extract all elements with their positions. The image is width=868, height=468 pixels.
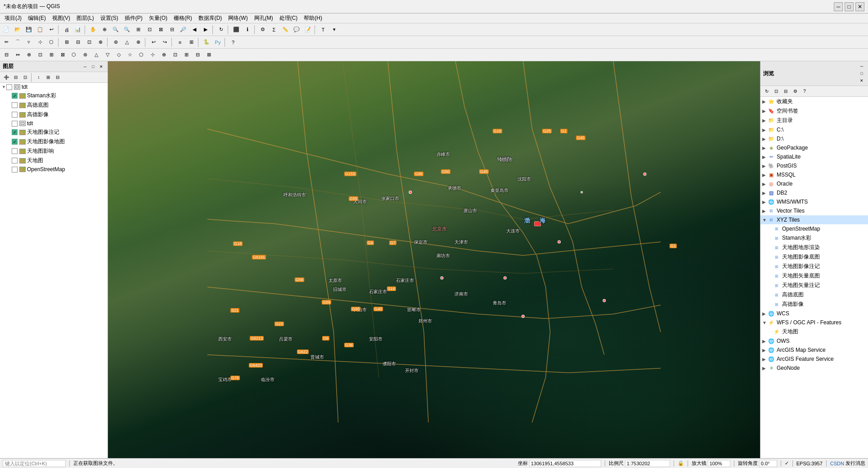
zoom-full-button[interactable]: ⊠ <box>155 24 166 35</box>
vertex-btn[interactable]: △ <box>121 37 132 48</box>
identify-features-button[interactable]: ℹ <box>242 24 253 35</box>
browser-item-wcs[interactable]: ▶ 🌐 WCS <box>760 309 868 318</box>
layer-item-tdt2[interactable]: tdt <box>0 119 108 127</box>
python-console-btn[interactable]: Py <box>212 37 223 48</box>
advanced-dig-btn3[interactable]: ⊡ <box>84 37 94 48</box>
adv-btn19[interactable]: ⊠ <box>203 50 214 60</box>
layer-item-gaode-map[interactable]: 高德底图 <box>0 100 108 110</box>
menu-mesh[interactable]: 网孔(M) <box>252 14 276 23</box>
select-features-button[interactable]: ⬛ <box>231 24 242 35</box>
browser-item-favorites[interactable]: ▶ ⭐ 收藏夹 <box>760 97 868 106</box>
browser-item-wms[interactable]: ▶ 🌐 WMS/WMTS <box>760 197 868 206</box>
adv-btn1[interactable]: ⊟ <box>1 50 12 60</box>
browser-item-drive-c[interactable]: ▶ 📁 C:\ <box>760 125 868 134</box>
adv-btn10[interactable]: ▽ <box>102 50 113 60</box>
refresh-button[interactable]: ↻ <box>216 24 226 35</box>
layer-item-gaode-img[interactable]: 高德影像 <box>0 110 108 119</box>
browser-item-tianditu-terrain[interactable]: ⊞ 天地图地形渲染 <box>760 243 868 252</box>
menu-view[interactable]: 视图(V) <box>49 14 73 23</box>
browser-item-drive-d[interactable]: ▶ 📁 D:\ <box>760 134 868 143</box>
remove-layer-button[interactable]: ⊟ <box>11 73 20 82</box>
map-area[interactable]: 北京市 天津市 石家庄市 太原市 呼和浩特市 沈阳市 秦皇岛市 承德市 赤峰市 … <box>108 61 760 458</box>
adv-btn15[interactable]: ⊕ <box>158 50 169 60</box>
help-button[interactable]: ? <box>228 37 238 48</box>
panel-minimize-icon[interactable]: ─ <box>81 63 89 70</box>
next-extent-button[interactable]: ▶ <box>200 24 211 35</box>
attr-table-btn[interactable]: ≡ <box>175 37 185 48</box>
save-project-button[interactable]: 💾 <box>23 24 34 35</box>
text-annotation-button[interactable]: T <box>318 24 328 35</box>
browser-filter-button[interactable]: ⊡ <box>772 87 781 96</box>
pan-map-button[interactable]: ✋ <box>88 24 99 35</box>
browser-item-db2[interactable]: ▶ ▨ DB2 <box>760 188 868 197</box>
search-input[interactable] <box>3 460 66 467</box>
browser-item-staman[interactable]: ⊞ Staman水彩 <box>760 233 868 243</box>
browser-item-ows[interactable]: ▶ 🌐 OWS <box>760 336 868 345</box>
crs-area[interactable]: EPSG:3957 <box>796 461 823 466</box>
browser-item-arcgis-map[interactable]: ▶ 🌐 ArcGIS Map Service <box>760 345 868 354</box>
layer-visibility-checkbox[interactable]: ✓ <box>12 139 18 145</box>
browser-item-gaode-img2[interactable]: ⊞ 高德影像 <box>760 300 868 309</box>
layer-visibility-checkbox[interactable]: ✓ <box>12 93 18 99</box>
browser-item-tianditu-img-note[interactable]: ⊞ 天地图影像注记 <box>760 262 868 271</box>
layer-item-tianditu-shadow[interactable]: 天地图影响 <box>0 146 108 156</box>
menu-settings[interactable]: 设置(S) <box>98 14 121 23</box>
advanced-dig-btn1[interactable]: ⊞ <box>61 37 72 48</box>
browser-item-mssql[interactable]: ▶ ▣ MSSQL <box>760 170 868 179</box>
layer-item-tianditu-annotation[interactable]: ✓ 天地图像注记 <box>0 127 108 137</box>
python-btn[interactable]: 🐍 <box>201 37 212 48</box>
adv-btn16[interactable]: ⊡ <box>170 50 180 60</box>
add-layer-button[interactable]: ➕ <box>2 73 11 82</box>
browser-item-xyz-tiles[interactable]: ▼ ⊞ XYZ Tiles <box>760 215 868 224</box>
browser-item-geonode[interactable]: ▶ ✳ GeoNode <box>760 363 868 373</box>
adv-btn17[interactable]: ⊞ <box>181 50 192 60</box>
layer-item-tianditu-img[interactable]: ✓ 天地图影像地图 <box>0 137 108 146</box>
browser-collapse-button[interactable]: ⊟ <box>781 87 790 96</box>
browser-item-tianditu-vec-base[interactable]: ⊞ 天地图矢量底图 <box>760 271 868 281</box>
adv-btn6[interactable]: ⊠ <box>57 50 68 60</box>
previous-extent-button[interactable]: ◀ <box>189 24 200 35</box>
browser-item-vector-tiles[interactable]: ▶ ⊞ Vector Tiles <box>760 206 868 215</box>
close-button[interactable]: ✕ <box>855 2 864 11</box>
layer-visibility-checkbox[interactable] <box>12 158 18 164</box>
scale-input[interactable] <box>625 460 670 467</box>
coord-input[interactable] <box>529 460 601 467</box>
node-tool-btn[interactable]: ⊛ <box>110 37 121 48</box>
rotation-input[interactable] <box>759 460 777 467</box>
adv-btn13[interactable]: ⬠ <box>136 50 147 60</box>
browser-item-arcgis-feature[interactable]: ▶ 🌐 ArcGIS Feature Service <box>760 354 868 363</box>
menu-vector[interactable]: 矢量(O) <box>146 14 170 23</box>
layer-visibility-checkbox[interactable] <box>6 84 12 90</box>
menu-processing[interactable]: 处理(C) <box>277 14 301 23</box>
zoom-to-selection-button[interactable]: 🔎 <box>178 24 189 35</box>
redo-button[interactable]: ↪ <box>159 37 170 48</box>
pan-to-selection-button[interactable]: ⊕ <box>99 24 110 35</box>
rubber-band-button[interactable]: ⊞ <box>133 24 144 35</box>
menu-edit[interactable]: 编辑(E) <box>25 14 49 23</box>
adv-btn7[interactable]: ⬡ <box>68 50 79 60</box>
undo-button[interactable]: ↩ <box>148 37 159 48</box>
browser-item-postgis[interactable]: ▶ 🐘 PostGIS <box>760 161 868 170</box>
browser-item-gaode-map2[interactable]: ⊞ 高德底图 <box>760 290 868 300</box>
collapse-layer-button[interactable]: ⊟ <box>53 73 62 82</box>
adv-btn11[interactable]: ◇ <box>113 50 124 60</box>
sort-layer-button[interactable]: ↕ <box>34 73 43 82</box>
layer-visibility-checkbox[interactable] <box>12 102 18 108</box>
adv-btn8[interactable]: ⊛ <box>80 50 90 60</box>
snap-btn[interactable]: ⊕ <box>133 37 144 48</box>
menu-plugins[interactable]: 插件(P) <box>122 14 145 23</box>
browser-panel-float[interactable]: □ <box>858 70 865 77</box>
layer-visibility-checkbox[interactable] <box>12 121 18 127</box>
more-button[interactable]: ▾ <box>329 24 340 35</box>
panel-close-icon[interactable]: ✕ <box>98 63 105 70</box>
adv-btn5[interactable]: ⊞ <box>46 50 57 60</box>
browser-item-wfs[interactable]: ▼ ⚡ WFS / OGC API - Features <box>760 318 868 327</box>
measure-button[interactable]: 📏 <box>280 24 291 35</box>
layer-group-tdt[interactable]: ▼ tdt <box>0 83 108 91</box>
map-tips-button[interactable]: 💬 <box>291 24 302 35</box>
browser-item-osm[interactable]: ⊞ OpenStreetMap <box>760 224 868 233</box>
layer-visibility-checkbox[interactable] <box>12 167 18 173</box>
menu-network[interactable]: 网络(W) <box>225 14 250 23</box>
layer-item-osm[interactable]: OpenStreetMap <box>0 165 108 173</box>
save-as-button[interactable]: 📋 <box>35 24 45 35</box>
